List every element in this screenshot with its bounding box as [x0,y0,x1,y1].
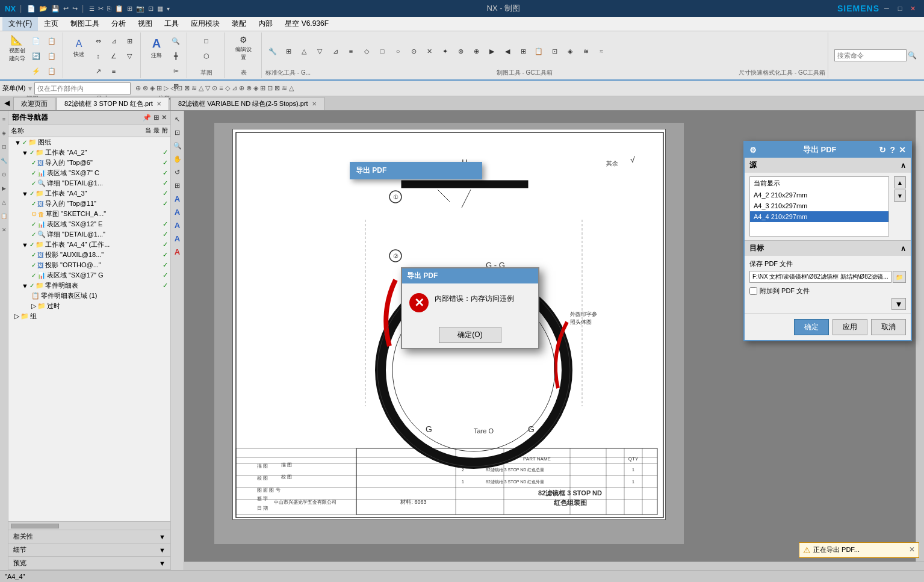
tab-82-var[interactable]: 82滤镜框 VARIABLE ND 绿色(2-5 Stops).prt ✕ [170,97,324,110]
nav-max-btn[interactable]: ⊞ [153,114,159,122]
nav-section-preview-header[interactable]: 预览 ▼ [8,557,170,569]
std18[interactable]: 📋 [532,44,546,58]
tab-nav-left[interactable]: ◀ [0,96,13,110]
part-nav-hscroll[interactable] [8,521,170,530]
annot2[interactable]: 🔍 [169,34,183,48]
toolbar-paste[interactable]: 📋 [115,5,123,13]
dim9[interactable]: ⊞ [122,34,137,48]
std13[interactable]: ⊗ [453,44,468,58]
dim2[interactable]: ⇔ [91,34,105,48]
tree-item-sx12e[interactable]: ✓ 📊 表区域 "SX@12" E ✓ [8,219,170,229]
tree-item-sx17g[interactable]: ✓ 📊 表区域 "SX@17" G ✓ [8,270,170,280]
tool-c[interactable]: A [172,219,184,231]
view-extra3[interactable]: 📋 [45,64,59,78]
list-up-btn[interactable]: ▲ [894,176,906,188]
sidebar-icon-3[interactable]: ⊡ [1,141,8,153]
toolbar-cut[interactable]: ✂ [98,5,104,13]
tab-welcome[interactable]: 欢迎页面 [13,97,55,110]
sidebar-icon-1[interactable]: ≡ [1,113,8,125]
canvas-hscrollbar[interactable] [184,562,924,570]
pdf-ok-button[interactable]: 确定 [794,319,829,335]
std2[interactable]: ⊞ [281,44,296,58]
source-item-a4-2[interactable]: A4_2 210x297mm [750,190,888,200]
edit-settings-btn[interactable]: ⚙ 编辑设置 [233,34,255,63]
tool-snap[interactable]: ⊡ [172,126,184,138]
sketch2[interactable]: ⬡ [199,49,214,63]
sidebar-icon-9[interactable]: ✕ [1,224,8,236]
std9[interactable]: ○ [391,44,405,58]
warning-close-btn[interactable]: ✕ [909,545,915,554]
dim7[interactable]: ∠ [107,49,121,63]
sidebar-icon-6[interactable]: ▶ [1,182,8,194]
target-dropdown-btn[interactable]: ▼ [891,298,906,310]
tool-b[interactable]: A [172,206,184,218]
tree-item-workbench-a4-4[interactable]: ▼ ✓ 📁 工作表 "A4_4" (工作... ✓ [8,240,170,250]
toolbar-copy[interactable]: ⎘ [107,5,111,12]
std10[interactable]: ⊙ [406,44,421,58]
toolbar-extra[interactable]: ☰ [89,5,95,12]
restore-button[interactable]: □ [894,3,906,14]
dim6[interactable]: ⊿ [107,34,121,48]
tree-item-parts-table-area[interactable]: 📋 零件明细表区域 (1) [8,291,170,301]
nav-close-btn[interactable]: ✕ [161,114,167,122]
std11[interactable]: ✕ [422,44,436,58]
std4[interactable]: ▽ [312,44,327,58]
sketch1[interactable]: □ [199,34,214,48]
tool-d[interactable]: A [172,232,184,244]
menu-starenv[interactable]: 星空 V6.936F [279,17,335,31]
tree-item-import-top11[interactable]: ✓ 🖼 导入的 "Top@11" ✓ [8,199,170,209]
menu-toggle-label[interactable]: 菜单(M) [2,84,26,93]
toolbar-save[interactable]: 💾 [51,5,60,13]
tree-item-parts-table[interactable]: ▼ ✓ 📁 零件明细表 ✓ [8,280,170,291]
canvas-vscrollbar[interactable] [916,111,924,570]
list-down-btn[interactable]: ▼ [894,190,906,202]
tree-item-workbench-a4-3[interactable]: ▼ ✓ 📁 工作表 "A4_3" ✓ [8,188,170,199]
help-icon[interactable]: ? [890,145,895,155]
tree-item-detail1-1[interactable]: ✓ 🔍 详细 "DETAIL@1... ✓ [8,178,170,188]
tool-e[interactable]: A [172,246,184,258]
toolbar-capture[interactable]: 📷 [136,5,144,13]
tree-item-import-top6[interactable]: ✓ 🖼 导入的 "Top@6" ✓ [8,158,170,168]
source-item-a4-3[interactable]: A4_3 210x297mm [750,200,888,211]
menu-home[interactable]: 主页 [38,17,64,31]
std5[interactable]: ⊿ [328,44,343,58]
tab-82-var-close[interactable]: ✕ [312,101,317,107]
browse-button[interactable]: 📁 [893,271,906,283]
toolbar-redo[interactable]: ↪ [72,5,78,13]
menu-analysis[interactable]: 分析 [105,17,132,31]
dim3[interactable]: ↕ [91,49,105,63]
std14[interactable]: ⊕ [469,44,483,58]
file-path-input[interactable] [749,271,891,283]
pdf-apply-button[interactable]: 应用 [833,319,867,335]
menu-interior[interactable]: 内部 [252,17,279,31]
tree-item-detail1-2[interactable]: ✓ 🔍 详细 "DETAIL@1..." ✓ [8,229,170,240]
error-ok-button[interactable]: 确定(O) [439,327,501,343]
rapid-dim-btn[interactable]: A 快速 [68,34,90,63]
sidebar-icon-2[interactable]: ◈ [1,127,8,139]
nav-pin-btn[interactable]: 📌 [143,114,151,122]
std6[interactable]: ≡ [344,44,358,58]
tree-item-drawings[interactable]: ▼ ✓ 📁 图纸 [8,137,170,147]
menu-file[interactable]: 文件(F) [2,17,38,31]
source-item-a4-4[interactable]: A4_4 210x297mm [750,211,888,222]
menu-assembly[interactable]: 装配 [226,17,252,31]
sidebar-icon-8[interactable]: 📋 [1,210,8,222]
std16[interactable]: ◀ [500,44,515,58]
toolbar-new[interactable]: 📄 [27,5,36,13]
tab-82-stop-close[interactable]: ✕ [157,101,161,107]
tree-item-expired[interactable]: ▷ 📁 过时 [8,301,170,311]
toolbar-layout[interactable]: ▦ [157,5,163,13]
filter-input[interactable] [34,82,131,94]
dim8[interactable]: ≡ [107,64,121,78]
attach-pdf-checkbox[interactable] [749,287,757,295]
search-icon[interactable]: 🔍 [908,51,917,60]
std20[interactable]: ◈ [563,44,577,58]
std17[interactable]: ⊞ [516,44,530,58]
update-view-btn[interactable]: 🔄 [29,49,43,63]
nav-section-details-header[interactable]: 细节 ▼ [8,543,170,556]
sidebar-icon-4[interactable]: 🔧 [1,155,8,167]
std12[interactable]: ✦ [438,44,452,58]
tree-item-auxil18[interactable]: ✓ 🖼 投影 "AUXIL@18..." ✓ [8,250,170,260]
tree-item-group[interactable]: ▷ 📁 组 [8,311,170,321]
search-input[interactable] [834,49,907,61]
